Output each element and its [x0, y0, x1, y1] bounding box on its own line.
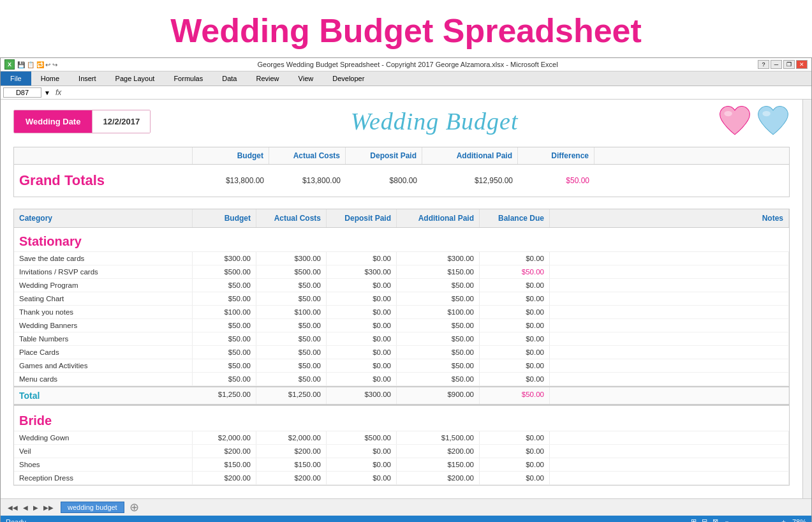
row-additional: $50.00 — [397, 373, 480, 385]
table-row: Thank you notes $100.00 $100.00 $0.00 $1… — [14, 306, 789, 319]
sheet-nav-arrows[interactable]: ◀◀ ◀ ▶ ▶▶ — [6, 503, 55, 512]
row-deposit: $0.00 — [327, 292, 397, 305]
minimize-button[interactable]: ─ — [771, 60, 782, 69]
row-category: Save the date cards — [14, 252, 193, 265]
row-budget: $500.00 — [193, 265, 256, 278]
cell-ref-dropdown[interactable]: ▼ — [44, 89, 50, 96]
row-deposit: $0.00 — [327, 373, 397, 385]
bride-section: Bride Wedding Gown $2,000.00 $2,000.00 $… — [14, 405, 789, 485]
nav-last[interactable]: ▶▶ — [41, 503, 55, 512]
row-budget: $200.00 — [193, 472, 256, 484]
heart-icon-2 — [757, 106, 790, 137]
zoom-out-button[interactable]: － — [723, 517, 730, 522]
hearts-decoration — [718, 106, 790, 137]
zoom-slider[interactable]: ──────── — [735, 518, 775, 523]
tab-developer[interactable]: Developer — [323, 71, 374, 86]
row-balance: $0.00 — [480, 472, 550, 484]
row-balance: $0.00 — [480, 292, 550, 305]
th-additional: Additional Paid — [397, 209, 480, 227]
table-row: Veil $200.00 $200.00 $0.00 $200.00 $0.00 — [14, 445, 789, 458]
row-actual: $300.00 — [256, 252, 327, 265]
tab-data[interactable]: Data — [212, 71, 246, 86]
cell-reference[interactable] — [3, 87, 41, 98]
row-deposit: $0.00 — [327, 306, 397, 318]
gt-header-difference: Difference — [518, 147, 594, 164]
row-notes — [550, 252, 789, 265]
row-budget: $50.00 — [193, 319, 256, 332]
row-balance: $0.00 — [480, 252, 550, 265]
quick-access-icons: 💾 📋 🔁 ↩ ↪ — [17, 61, 57, 68]
row-notes — [550, 472, 789, 484]
view-layout-icon[interactable]: ⊟ — [702, 518, 707, 522]
tab-file[interactable]: File — [1, 71, 31, 86]
row-actual: $100.00 — [256, 306, 327, 318]
row-actual: $50.00 — [256, 332, 327, 345]
formula-input[interactable] — [66, 89, 809, 96]
gt-header-actual: Actual Costs — [269, 147, 346, 164]
tab-home[interactable]: Home — [31, 71, 69, 86]
tab-review[interactable]: Review — [246, 71, 288, 86]
grand-totals-header-row: Budget Actual Costs Deposit Paid Additio… — [14, 147, 789, 165]
budget-title: Wedding Budget — [163, 107, 705, 135]
row-balance: $0.00 — [480, 445, 550, 458]
table-row: Wedding Program $50.00 $50.00 $0.00 $50.… — [14, 279, 789, 292]
table-row: Menu cards $50.00 $50.00 $0.00 $50.00 $0… — [14, 373, 789, 386]
row-deposit: $0.00 — [327, 346, 397, 359]
formula-bar: ▼ fx — [1, 86, 811, 100]
row-deposit: $0.00 — [327, 458, 397, 471]
row-budget: $50.00 — [193, 373, 256, 385]
row-category: Veil — [14, 445, 193, 458]
row-budget: $50.00 — [193, 292, 256, 305]
tab-view[interactable]: View — [289, 71, 323, 86]
row-budget: $2,000.00 — [193, 431, 256, 444]
row-category: Games and Activities — [14, 359, 193, 372]
sheet-tab-wedding-budget[interactable]: wedding budget — [61, 502, 124, 513]
vertical-scrollbar[interactable] — [802, 100, 811, 498]
tab-formulas[interactable]: Formulas — [164, 71, 212, 86]
row-notes — [550, 359, 789, 372]
row-actual: $50.00 — [256, 319, 327, 332]
th-category: Category — [14, 209, 193, 227]
zoom-in-button[interactable]: ＋ — [780, 517, 787, 522]
gt-header-additional: Additional Paid — [422, 147, 518, 164]
row-notes — [550, 373, 789, 385]
tab-insert[interactable]: Insert — [69, 71, 106, 86]
row-actual: $50.00 — [256, 292, 327, 305]
view-normal-icon[interactable]: ⊞ — [691, 518, 697, 522]
title-bar-icons: X 💾 📋 🔁 ↩ ↪ — [4, 59, 57, 70]
heart-icon-1 — [718, 106, 751, 137]
grand-totals-section: Budget Actual Costs Deposit Paid Additio… — [13, 147, 790, 197]
row-category: Invitations / RSVP cards — [14, 265, 193, 278]
add-sheet-button[interactable]: ⊕ — [129, 500, 139, 514]
row-additional: $50.00 — [397, 279, 480, 292]
gt-deposit: $800.00 — [346, 172, 422, 189]
status-bar: Ready ⊞ ⊟ ⊠ － ──────── ＋ 78% — [1, 516, 811, 522]
gt-header-empty — [14, 147, 193, 164]
row-actual: $50.00 — [256, 359, 327, 372]
row-deposit: $0.00 — [327, 319, 397, 332]
view-page-break-icon[interactable]: ⊠ — [712, 518, 718, 522]
row-category: Table Numbers — [14, 332, 193, 345]
formula-fx-icon: fx — [53, 88, 64, 97]
row-additional: $50.00 — [397, 319, 480, 332]
status-right: ⊞ ⊟ ⊠ － ──────── ＋ 78% — [691, 517, 806, 522]
table-row: Wedding Gown $2,000.00 $2,000.00 $500.00… — [14, 431, 789, 445]
nav-next[interactable]: ▶ — [31, 503, 40, 512]
window-controls[interactable]: ? ─ ❐ ✕ — [758, 60, 808, 69]
ribbon-tabs: File Home Insert Page Layout Formulas Da… — [1, 71, 811, 86]
help-button[interactable]: ? — [758, 60, 769, 69]
nav-first[interactable]: ◀◀ — [6, 503, 20, 512]
row-actual: $500.00 — [256, 265, 327, 278]
row-budget: $200.00 — [193, 445, 256, 458]
excel-window: X 💾 📋 🔁 ↩ ↪ Georges Wedding Budget Sprea… — [0, 57, 812, 522]
close-button[interactable]: ✕ — [796, 60, 808, 69]
nav-prev[interactable]: ◀ — [21, 503, 30, 512]
row-actual: $2,000.00 — [256, 431, 327, 444]
stationary-total-additional: $900.00 — [397, 387, 480, 404]
row-deposit: $0.00 — [327, 472, 397, 484]
row-category: Shoes — [14, 458, 193, 471]
tab-page-layout[interactable]: Page Layout — [106, 71, 165, 86]
restore-button[interactable]: ❐ — [783, 60, 795, 69]
title-bar: X 💾 📋 🔁 ↩ ↪ Georges Wedding Budget Sprea… — [1, 58, 811, 71]
row-balance: $0.00 — [480, 458, 550, 471]
